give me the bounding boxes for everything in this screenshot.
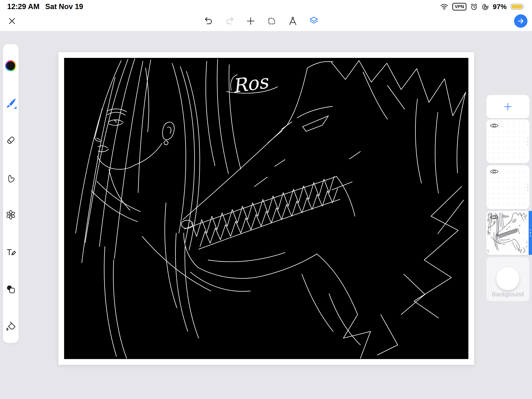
layers-button[interactable] (309, 16, 319, 26)
background-label: Background (486, 291, 529, 298)
precision-tools-button[interactable] (288, 16, 298, 26)
status-time: 12:29 AM (7, 2, 39, 11)
eraser-icon (5, 135, 16, 146)
eye-icon (490, 122, 499, 129)
shapes-tool-button[interactable] (5, 283, 17, 295)
paint-bucket-icon (5, 321, 16, 332)
drawing-canvas[interactable]: Ros (64, 58, 468, 359)
shape-tool-button[interactable] (266, 16, 277, 26)
undo-icon (203, 16, 214, 26)
layer-2[interactable] (486, 165, 529, 209)
flower-icon (5, 209, 16, 220)
status-left: 12:29 AM Sat Nov 19 (7, 2, 83, 11)
color-wheel-icon (5, 60, 16, 71)
plus-icon (503, 101, 513, 112)
layer-1[interactable] (486, 119, 529, 163)
status-bar: 12:29 AM Sat Nov 19 VPN 97% (0, 0, 532, 11)
header: 12:29 AM Sat Nov 19 VPN 97% (0, 0, 532, 31)
selected-layer-indicator[interactable] (529, 211, 532, 255)
brush-icon (5, 98, 16, 109)
left-tool-panel (3, 44, 19, 343)
layer-3-visibility-toggle[interactable] (489, 213, 499, 222)
smudge-icon (5, 172, 16, 183)
text-tool-icon (5, 247, 16, 258)
layer-2-options[interactable] (527, 184, 528, 191)
color-wheel-button[interactable] (5, 60, 17, 72)
status-date: Sat Nov 19 (45, 2, 83, 11)
precision-tools-icon (288, 16, 298, 26)
decorative-brush-tool-button[interactable] (5, 209, 17, 221)
wifi-icon (440, 3, 449, 10)
alarm-icon (470, 3, 478, 11)
text-tool-button[interactable] (5, 246, 17, 258)
undo-button[interactable] (203, 16, 214, 26)
add-button[interactable] (245, 16, 256, 26)
eye-icon (490, 168, 499, 175)
forward-icon (516, 16, 526, 26)
top-toolbar (0, 11, 532, 31)
layer-1-visibility-toggle[interactable] (489, 122, 499, 130)
close-icon (8, 17, 16, 25)
vpn-badge: VPN (452, 3, 466, 11)
workspace: Ros (0, 31, 532, 399)
close-button[interactable] (6, 15, 18, 27)
shape-tool-icon (266, 16, 277, 26)
canvas-mat: Ros (58, 52, 474, 365)
brush-tool-button[interactable] (5, 97, 17, 109)
rotation-lock-icon (481, 3, 489, 11)
layer-2-visibility-toggle[interactable] (489, 168, 499, 176)
artwork-sketch: Ros (64, 58, 468, 359)
shapes-icon (5, 284, 16, 295)
eye-icon (490, 214, 499, 221)
redo-icon (225, 16, 235, 26)
layer-1-options[interactable] (527, 138, 528, 145)
layers-icon (309, 16, 319, 26)
background-layer[interactable]: Background (486, 257, 529, 301)
smudge-tool-button[interactable] (5, 171, 17, 184)
redo-button[interactable] (224, 16, 235, 26)
forward-button[interactable] (514, 14, 527, 28)
layer-3-selected[interactable] (486, 211, 532, 255)
app-screen: 12:29 AM Sat Nov 19 VPN 97% (0, 0, 532, 399)
battery-icon (510, 3, 525, 10)
background-color-swatch[interactable] (496, 267, 519, 290)
fill-tool-button[interactable] (5, 321, 17, 332)
status-right: VPN 97% (440, 3, 525, 11)
add-layer-button[interactable] (486, 95, 529, 118)
add-icon (245, 16, 256, 26)
battery-percent: 97% (493, 3, 507, 11)
eraser-tool-button[interactable] (5, 134, 17, 146)
toolbar-center-tools (203, 16, 319, 26)
